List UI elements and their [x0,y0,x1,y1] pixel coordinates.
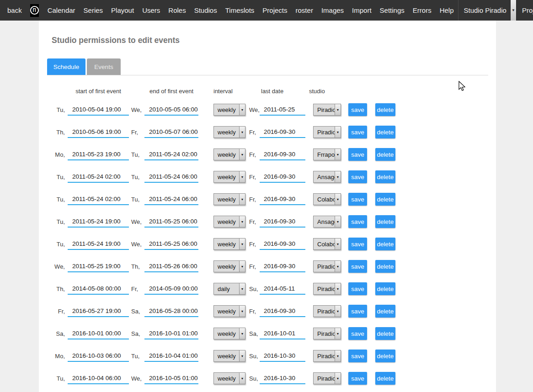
interval-select[interactable]: weekly ▼ [213,372,245,384]
end-datetime-input[interactable] [144,104,198,116]
delete-button[interactable]: delete [375,126,395,138]
chevron-down-icon[interactable]: ▼ [239,350,245,361]
chevron-down-icon[interactable]: ▼ [335,104,341,115]
studio-row-select[interactable]: Piradio ▼ [313,260,341,272]
nav-item[interactable]: Images [317,0,348,21]
last-date-input[interactable] [260,126,305,138]
interval-select[interactable]: weekly ▼ [213,104,245,116]
studio-row-select[interactable]: Piradio ▼ [313,104,341,116]
nav-item[interactable]: Errors [409,0,436,21]
last-date-input[interactable] [260,372,305,384]
end-datetime-input[interactable] [144,305,198,317]
chevron-down-icon[interactable]: ▼ [239,149,245,160]
chevron-down-icon[interactable]: ▼ [335,216,341,227]
studio-row-select[interactable]: Piradio ▼ [313,350,341,362]
delete-button[interactable]: delete [375,215,395,228]
chevron-down-icon[interactable]: ▼ [335,261,341,272]
delete-button[interactable]: delete [375,193,395,206]
chevron-down-icon[interactable]: ▼ [335,306,341,317]
interval-select[interactable]: weekly ▼ [213,238,245,250]
start-datetime-input[interactable] [68,372,129,384]
interval-select[interactable]: weekly ▼ [213,193,245,205]
chevron-down-icon[interactable]: ▼ [239,216,245,227]
delete-button[interactable]: delete [375,305,395,318]
chevron-down-icon[interactable]: ▼ [510,0,517,21]
nav-item[interactable]: Series [80,0,107,21]
chevron-down-icon[interactable]: ▼ [335,373,341,384]
save-button[interactable]: save [348,193,367,206]
end-datetime-input[interactable] [144,328,198,339]
end-datetime-input[interactable] [144,193,198,205]
last-date-input[interactable] [260,104,305,116]
interval-select[interactable]: weekly ▼ [213,216,245,228]
studio-row-select[interactable]: Colabo ▼ [313,238,341,250]
delete-button[interactable]: delete [375,350,395,362]
save-button[interactable]: save [348,260,367,273]
nav-item[interactable]: Projects [258,0,291,21]
start-datetime-input[interactable] [68,148,129,160]
nav-item[interactable]: Timeslots [221,0,259,21]
end-datetime-input[interactable] [144,171,198,183]
chevron-down-icon[interactable]: ▼ [239,328,245,339]
studio-row-select[interactable]: Piradio ▼ [313,283,341,295]
delete-button[interactable]: delete [375,238,395,250]
end-datetime-input[interactable] [144,260,198,272]
start-datetime-input[interactable] [68,305,129,317]
studio-row-select[interactable]: Ansage ▼ [313,171,341,183]
chevron-down-icon[interactable]: ▼ [239,238,245,249]
studio-row-select[interactable]: Frrapo ▼ [313,148,341,160]
start-datetime-input[interactable] [68,104,129,116]
save-button[interactable]: save [348,372,367,385]
end-datetime-input[interactable] [144,126,198,138]
studio-row-select[interactable]: Ansage ▼ [313,216,341,228]
delete-button[interactable]: delete [375,327,395,340]
studio-row-select[interactable]: Piradio ▼ [313,372,341,384]
interval-select[interactable]: weekly ▼ [213,350,245,362]
delete-button[interactable]: delete [375,260,395,273]
end-datetime-input[interactable] [144,148,198,160]
interval-select[interactable]: weekly ▼ [213,171,245,183]
chevron-down-icon[interactable]: ▼ [335,127,341,138]
start-datetime-input[interactable] [68,328,129,339]
delete-button[interactable]: delete [375,103,395,116]
nav-item[interactable]: Import [348,0,376,21]
end-datetime-input[interactable] [144,238,198,250]
chevron-down-icon[interactable]: ▼ [239,171,245,182]
chevron-down-icon[interactable]: ▼ [239,194,245,205]
save-button[interactable]: save [348,148,367,161]
interval-select[interactable]: weekly ▼ [213,305,245,317]
start-datetime-input[interactable] [68,350,129,362]
studio-row-select[interactable]: Piradio ▼ [313,305,341,317]
last-date-input[interactable] [260,193,305,205]
last-date-input[interactable] [260,216,305,228]
end-datetime-input[interactable] [144,216,198,228]
start-datetime-input[interactable] [68,171,129,183]
last-date-input[interactable] [260,238,305,250]
last-date-input[interactable] [260,260,305,272]
nav-item[interactable]: Roles [164,0,190,21]
interval-select[interactable]: daily ▼ [213,283,245,295]
nav-item[interactable]: Playout [107,0,138,21]
save-button[interactable]: save [348,103,367,116]
nav-item[interactable]: Users [138,0,164,21]
back-link[interactable]: back [0,6,29,14]
save-button[interactable]: save [348,238,367,250]
tab-events[interactable]: Events [87,58,121,75]
chevron-down-icon[interactable]: ▼ [239,373,245,384]
chevron-down-icon[interactable]: ▼ [239,283,245,294]
save-button[interactable]: save [348,327,367,340]
project-select[interactable]: Project 88vier ▼ [517,0,533,21]
delete-button[interactable]: delete [375,282,395,295]
save-button[interactable]: save [348,170,367,183]
chevron-down-icon[interactable]: ▼ [335,171,341,182]
studio-row-select[interactable]: Piradio ▼ [313,126,341,138]
save-button[interactable]: save [348,126,367,138]
chevron-down-icon[interactable]: ▼ [239,104,245,115]
start-datetime-input[interactable] [68,283,129,295]
save-button[interactable]: save [348,282,367,295]
delete-button[interactable]: delete [375,372,395,385]
start-datetime-input[interactable] [68,260,129,272]
interval-select[interactable]: weekly ▼ [213,126,245,138]
nav-item[interactable]: Calendar [43,0,80,21]
chevron-down-icon[interactable]: ▼ [335,350,341,361]
